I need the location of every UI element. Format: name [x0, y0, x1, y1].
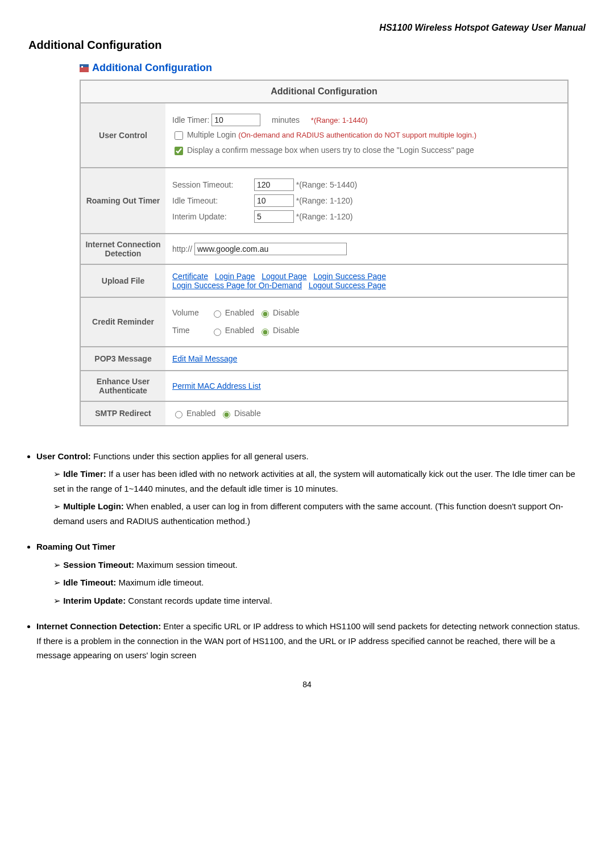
idle-timeout-range: *(Range: 1-120) [296, 196, 353, 205]
credit-volume-enabled-text: Enabled [225, 308, 254, 317]
body-idle-rest: Maximum idle timeout. [116, 578, 204, 587]
config-table: Additional Configuration User Control Id… [80, 80, 569, 426]
body-roaming-head: Roaming Out Timer [36, 542, 115, 551]
idle-timer-input[interactable] [211, 114, 260, 126]
smtp-disable-radio[interactable] [223, 411, 230, 418]
credit-time-enabled-text: Enabled [225, 326, 254, 335]
session-timeout-label: Session Timeout: [172, 180, 252, 189]
idle-timeout-input[interactable] [254, 194, 294, 207]
credit-volume-disable-text: Disable [273, 308, 300, 317]
row-content-pop3: Edit Mail Message [165, 347, 568, 371]
row-content-credit: Volume Enabled Disable Time Enabled Disa… [165, 297, 568, 347]
credit-volume-disable-radio[interactable] [262, 310, 269, 318]
page-number: 84 [28, 680, 586, 689]
body-multiple-login-rest: When enabled, a user can log in from dif… [53, 501, 563, 526]
idle-timeout-label: Idle Timeout: [172, 196, 252, 205]
row-content-internet: http:// [165, 234, 568, 264]
upload-link-certificate[interactable]: Certificate [172, 272, 208, 281]
body-user-control-rest: Functions under this section applies for… [91, 451, 309, 461]
upload-link-login-success[interactable]: Login Success Page [313, 272, 386, 281]
multiple-login-checkbox[interactable] [175, 131, 183, 140]
upload-link-logout-page[interactable]: Logout Page [262, 272, 306, 281]
row-label-roaming: Roaming Out Timer [80, 168, 165, 234]
row-label-internet: Internet Connection Detection [80, 234, 165, 264]
row-content-roaming: Session Timeout: *(Range: 5-1440) Idle T… [165, 168, 568, 234]
session-timeout-range: *(Range: 5-1440) [296, 180, 357, 189]
internet-url-prefix: http:// [172, 244, 192, 254]
credit-time-disable-text: Disable [273, 326, 300, 335]
row-label-upload: Upload File [80, 264, 165, 297]
row-content-smtp: Enabled Disable [165, 401, 568, 426]
row-label-enhance: Enhance User Authenticate [80, 371, 165, 401]
page-heading: Additional Configuration [28, 39, 586, 52]
smtp-disable-text: Disable [234, 409, 261, 418]
body-interim-head: Interim Update: [63, 596, 126, 605]
smtp-enabled-text: Enabled [186, 409, 215, 418]
idle-timer-label: Idle Timer: [172, 115, 209, 124]
body-multiple-login-head: Multiple Login: [63, 501, 124, 511]
body-idle-head: Idle Timeout: [63, 578, 116, 587]
credit-time-disable-radio[interactable] [262, 329, 269, 336]
multiple-login-label: Multiple Login [187, 130, 236, 139]
row-content-user-control: Idle Timer: minutes *(Range: 1-1440) Mul… [165, 103, 568, 168]
body-session-head: Session Timeout: [63, 560, 134, 570]
idle-timer-minutes: minutes [272, 115, 300, 124]
interim-update-input[interactable] [254, 210, 294, 223]
display-confirm-checkbox[interactable] [175, 147, 183, 155]
row-label-pop3: POP3 Message [80, 347, 165, 371]
row-content-enhance: Permit MAC Address List [165, 371, 568, 401]
body-idle-timer-rest: If a user has been idled with no network… [53, 469, 575, 493]
credit-volume-enabled-radio[interactable] [214, 310, 221, 318]
multiple-login-note: (On-demand and RADIUS authentication do … [238, 131, 476, 139]
row-label-credit: Credit Reminder [80, 297, 165, 347]
section-title-text: Additional Configuration [92, 62, 212, 74]
pop3-edit-link[interactable]: Edit Mail Message [172, 354, 237, 363]
interim-update-label: Interim Update: [172, 212, 252, 221]
row-content-upload: Certificate Login Page Logout Page Login… [165, 264, 568, 297]
credit-volume-label: Volume [172, 308, 206, 317]
idle-timer-range: *(Range: 1-1440) [311, 116, 368, 124]
body-internet-head: Internet Connection Detection: [36, 621, 161, 631]
interim-update-range: *(Range: 1-120) [296, 212, 353, 221]
doc-title: HS1100 Wireless Hotspot Gateway User Man… [28, 23, 586, 33]
row-label-smtp: SMTP Redirect [80, 401, 165, 426]
section-title: Additional Configuration [80, 62, 569, 74]
smtp-enabled-radio[interactable] [175, 411, 182, 418]
row-label-user-control: User Control [80, 103, 165, 168]
body-idle-timer-head: Idle Timer: [63, 469, 106, 479]
session-timeout-input[interactable] [254, 178, 294, 191]
internet-url-input[interactable] [194, 243, 347, 255]
body-interim-rest: Constant records update time interval. [126, 596, 272, 605]
body-user-control-head: User Control: [36, 451, 91, 461]
upload-link-login-success-ondemand[interactable]: Login Success Page for On-Demand [172, 281, 302, 290]
credit-time-enabled-radio[interactable] [214, 329, 221, 336]
display-confirm-label: Display a confirm message box when users… [187, 146, 474, 155]
body-session-rest: Maximum session timeout. [134, 560, 238, 570]
upload-link-logout-success[interactable]: Logout Success Page [309, 281, 386, 290]
credit-time-label: Time [172, 326, 206, 335]
table-header: Additional Configuration [80, 80, 568, 103]
config-icon [80, 64, 89, 72]
upload-link-login-page[interactable]: Login Page [215, 272, 255, 281]
permit-mac-link[interactable]: Permit MAC Address List [172, 381, 261, 391]
body-text: User Control: Functions under this secti… [28, 449, 586, 663]
